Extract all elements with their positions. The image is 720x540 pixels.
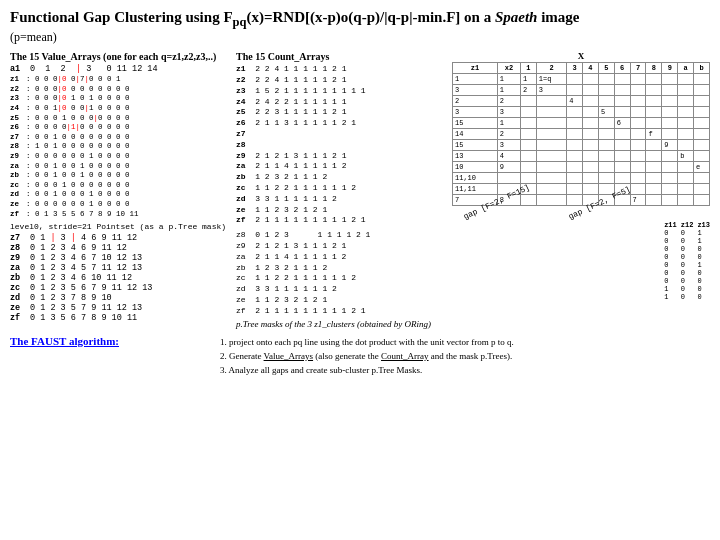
col-2: 2 — [536, 63, 566, 74]
ca-ext-zd: zd 3 3 1 1 1 1 1 1 2 — [236, 284, 446, 295]
col-6: 6 — [614, 63, 630, 74]
z11-v9: 1 — [664, 293, 677, 301]
faust-step-1: 1. project onto each pq line using the d… — [220, 335, 514, 349]
z1-header-label: a1 — [10, 64, 28, 74]
ca-z1: z1 2 2 4 1 1 1 1 1 2 1 — [236, 64, 446, 75]
table-row: 3 1 2 3 — [453, 85, 710, 96]
ca-ext-zb: zb 1 2 3 2 1 1 1 2 — [236, 263, 446, 274]
z1-header-values: 0 1 2 | 3 0 11 12 14 — [30, 64, 158, 74]
z13-v6: 0 — [697, 269, 710, 277]
ca-z5: z5 2 2 3 1 1 1 1 1 2 1 — [236, 107, 446, 118]
ca-zb: zb 1 2 3 2 1 1 1 2 — [236, 172, 446, 183]
col-9: 9 — [662, 63, 678, 74]
ze-row-extra: ze 0 1 2 3 5 7 9 11 12 13 — [10, 303, 230, 313]
z13-v5: 1 — [697, 261, 710, 269]
z8-ext-label: z8 — [10, 243, 28, 253]
z11-v6: 0 — [664, 269, 677, 277]
zc-ext-label: zc — [10, 283, 28, 293]
col-3: 3 — [567, 63, 583, 74]
z12-v2: 0 — [681, 237, 694, 245]
z9-ext-label: z9 — [10, 253, 28, 263]
count-arrays-list: z1 2 2 4 1 1 1 1 1 2 1 z2 2 2 4 1 1 1 1 … — [236, 64, 446, 226]
ze-ext-label: ze — [10, 303, 28, 313]
z11-v7: 0 — [664, 277, 677, 285]
table-row: 11,11 — [453, 184, 710, 195]
value-arrays-ref: Value_Arrays — [264, 351, 313, 361]
z11-v2: 0 — [664, 237, 677, 245]
zf-row-extra: zf 0 1 3 5 6 7 8 9 10 11 — [10, 313, 230, 323]
z7-values: 0 1 | 3 | 4 6 9 11 12 — [30, 233, 137, 243]
ca-z2: z2 2 2 4 1 1 1 1 1 2 1 — [236, 75, 446, 86]
z11-col: z11 0 0 0 0 0 0 0 1 1 — [664, 221, 677, 301]
right-section: X z1 x2 1 2 3 4 5 6 7 8 9 — [452, 51, 710, 328]
faust-step-2: 2. Generate Value_Arrays (also generate … — [220, 349, 514, 363]
z11-v4: 0 — [664, 253, 677, 261]
zc-ext-values: 0 1 2 3 5 6 7 9 11 12 13 — [30, 283, 152, 293]
table-row: 1 1 1 1=q — [453, 74, 710, 85]
col-8: 8 — [646, 63, 662, 74]
col-4: 4 — [583, 63, 599, 74]
ca-zc: zc 1 1 2 2 1 1 1 1 1 1 2 — [236, 183, 446, 194]
z9-row-extra: z9 0 1 2 3 4 6 7 10 12 13 — [10, 253, 230, 263]
ca-ext-za: za 2 1 1 4 1 1 1 1 1 2 — [236, 252, 446, 263]
z12-v7: 0 — [681, 277, 694, 285]
zb-ext-values: 0 1 2 3 4 6 10 11 12 — [30, 273, 132, 283]
zd-ext-values: 0 1 2 3 7 8 9 10 — [30, 293, 112, 303]
faust-link[interactable]: The FAUST algorithm: — [10, 335, 119, 347]
table-row: 10 9 e — [453, 162, 710, 173]
col-b: b — [694, 63, 710, 74]
ca-ext-zc: zc 1 1 2 2 1 1 1 1 1 1 2 — [236, 273, 446, 284]
col-a: a — [678, 63, 694, 74]
faust-step-3: 3. Analyze all gaps and create sub-clust… — [220, 363, 514, 377]
ca-z6: z6 2 1 1 3 1 1 1 1 1 2 1 — [236, 118, 446, 129]
zf-ext-label: zf — [10, 313, 28, 323]
z11-v5: 0 — [664, 261, 677, 269]
zf-ext-values: 0 1 3 5 6 7 8 9 10 11 — [30, 313, 137, 323]
ca-zf: zf 2 1 1 1 1 1 1 1 1 1 2 1 — [236, 215, 446, 226]
table-row: 14 2 f — [453, 129, 710, 140]
zb-ext-label: zb — [10, 273, 28, 283]
z12-col: z12 0 0 0 0 0 0 0 0 0 — [681, 221, 694, 301]
value-arrays-title: The 15 Value_Arrays (one for each q=z1,z… — [10, 51, 230, 62]
ca-z7: z7 — [236, 129, 446, 140]
ca-ze: ze 1 1 2 3 2 1 2 1 — [236, 205, 446, 216]
zd-ext-label: zd — [10, 293, 28, 303]
bottom-section: The FAUST algorithm: 1. project onto eac… — [10, 335, 710, 378]
z12-v9: 0 — [681, 293, 694, 301]
ca-ext-z8: z8 0 1 2 3 1 1 1 1 2 1 — [236, 230, 446, 241]
table-row: 3 3 5 — [453, 107, 710, 118]
z7-row: z7 0 1 | 3 | 4 6 9 11 12 — [10, 233, 230, 243]
z13-v8: 0 — [697, 285, 710, 293]
left-matrix: z1 : 0 0 0|0 0|7|0 0 0 1 z2 : 0 0 0|0 0 … — [10, 75, 230, 219]
ptree-note: p.Tree masks of the 3 z1_clusters (obtai… — [236, 319, 446, 329]
z12-v4: 0 — [681, 253, 694, 261]
table-row: 2 2 4 — [453, 96, 710, 107]
z8-row-extra: z8 0 1 2 3 4 6 9 11 12 — [10, 243, 230, 253]
page: Functional Gap Clustering using Fpq(x)=R… — [0, 0, 720, 386]
z12-v3: 0 — [681, 245, 694, 253]
z8-ext-values: 0 1 2 3 4 6 9 11 12 — [30, 243, 127, 253]
count-array-ref: Count_Array — [381, 351, 429, 361]
zc-row-extra: zc 0 1 2 3 5 6 7 9 11 12 13 — [10, 283, 230, 293]
z9-ext-values: 0 1 2 3 4 6 7 10 12 13 — [30, 253, 142, 263]
zb-row-extra: zb 0 1 2 3 4 6 10 11 12 — [10, 273, 230, 283]
z11-v8: 1 — [664, 285, 677, 293]
value-arrays-section: The 15 Value_Arrays (one for each q=z1,z… — [10, 51, 230, 328]
z13-v1: 1 — [697, 229, 710, 237]
col-z1: z1 — [453, 63, 498, 74]
table-row: 15 1 6 — [453, 118, 710, 129]
count-arrays-extra: z8 0 1 2 3 1 1 1 1 2 1 z9 2 1 2 1 3 1 1 … — [236, 230, 446, 316]
zd-row-extra: zd 0 1 2 3 7 8 9 10 — [10, 293, 230, 303]
z11-header: z11 — [664, 221, 677, 229]
z-extra-cols: z11 0 0 0 0 0 0 0 1 1 z12 0 0 0 0 — [664, 221, 710, 301]
subtitle: (p=mean) — [10, 30, 710, 45]
za-ext-values: 0 1 2 3 4 5 7 11 12 13 — [30, 263, 142, 273]
ca-zd: zd 3 3 1 1 1 1 1 1 2 — [236, 194, 446, 205]
z1-header-row: a1 0 1 2 | 3 0 11 12 14 — [10, 64, 230, 74]
z13-v9: 0 — [697, 293, 710, 301]
col-x2: x2 — [497, 63, 520, 74]
z13-v7: 0 — [697, 277, 710, 285]
ca-ext-ze: ze 1 1 2 3 2 1 2 1 — [236, 295, 446, 306]
ca-ext-z9: z9 2 1 2 1 3 1 1 1 2 1 — [236, 241, 446, 252]
faust-section: The FAUST algorithm: — [10, 335, 210, 378]
